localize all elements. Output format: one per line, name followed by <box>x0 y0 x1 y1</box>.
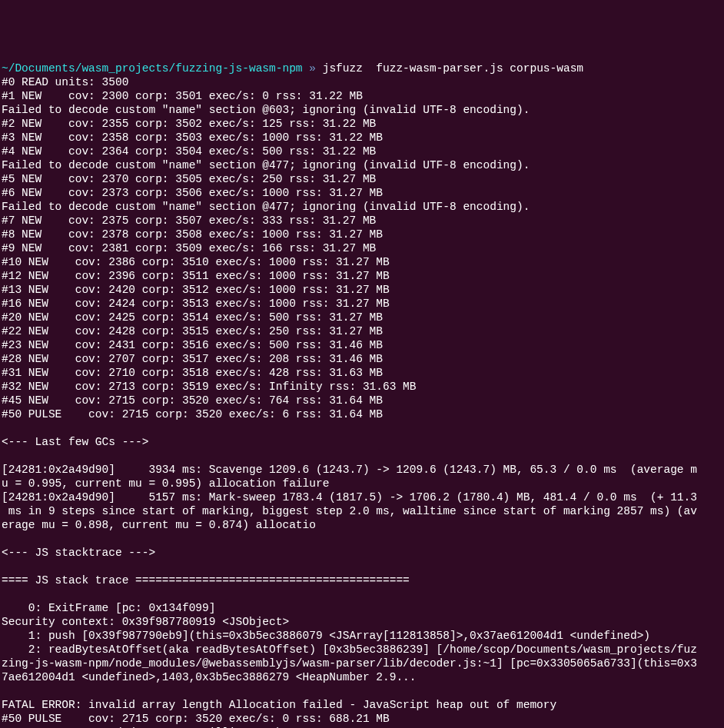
output-line: Failed to decode custom "name" section @… <box>2 158 722 172</box>
output-line: #22 NEW cov: 2428 corp: 3515 exec/s: 250… <box>2 324 722 338</box>
output-line: #10 NEW cov: 2386 corp: 3510 exec/s: 100… <box>2 255 722 269</box>
output-line: #23 NEW cov: 2431 corp: 3516 exec/s: 500… <box>2 338 722 352</box>
output-line: #50 PULSE cov: 2715 corp: 3520 exec/s: 0… <box>2 712 722 726</box>
output-line: #32 NEW cov: 2713 corp: 3519 exec/s: Inf… <box>2 380 722 394</box>
output-line: Failed to decode custom "name" section @… <box>2 200 722 214</box>
output-line: <--- JS stacktrace ---> <box>2 546 722 560</box>
output-line: #2 NEW cov: 2355 corp: 3502 exec/s: 125 … <box>2 117 722 131</box>
output-line: #1 NEW cov: 2300 corp: 3501 exec/s: 0 rs… <box>2 89 722 103</box>
output-line <box>2 449 722 463</box>
output-line: erage mu = 0.898, current mu = 0.874) al… <box>2 518 722 532</box>
output-line: #6 NEW cov: 2373 corp: 3506 exec/s: 1000… <box>2 186 722 200</box>
output-line <box>2 587 722 601</box>
output-line: #12 NEW cov: 2396 corp: 3511 exec/s: 100… <box>2 269 722 283</box>
output-line: #16 NEW cov: 2424 corp: 3513 exec/s: 100… <box>2 297 722 311</box>
output-line: ms in 9 steps since start of marking, bi… <box>2 504 722 518</box>
output-line <box>2 684 722 698</box>
output-line <box>2 532 722 546</box>
output-line: #20 NEW cov: 2425 corp: 3514 exec/s: 500… <box>2 311 722 324</box>
output-line: zing-js-wasm-npm/node_modules/@webassemb… <box>2 657 722 670</box>
terminal-output[interactable]: ~/Documents/wasm_projects/fuzzing-js-was… <box>2 61 722 728</box>
output-line: [24281:0x2a49d90] 3934 ms: Scavenge 1209… <box>2 463 722 477</box>
output-line <box>2 560 722 573</box>
output-line: 7ae612004d1 <undefined>,1403,0x3b5ec3886… <box>2 670 722 684</box>
output-line: #4 NEW cov: 2364 corp: 3504 exec/s: 500 … <box>2 145 722 158</box>
output-line: #5 NEW cov: 2370 corp: 3505 exec/s: 250 … <box>2 172 722 186</box>
prompt-path: ~/Documents/wasm_projects/fuzzing-js-was… <box>2 62 303 75</box>
output-line: [24281:0x2a49d90] 5157 ms: Mark-sweep 17… <box>2 490 722 504</box>
command-text: jsfuzz fuzz-wasm-parser.js corpus-wasm <box>323 62 583 75</box>
output-line: #28 NEW cov: 2707 corp: 3517 exec/s: 208… <box>2 352 722 366</box>
output-line: Failed to decode custom "name" section @… <box>2 103 722 117</box>
output-line: FATAL ERROR: invalid array length Alloca… <box>2 698 722 712</box>
output-line: #0 READ units: 3500 <box>2 75 722 89</box>
output-line <box>2 421 722 435</box>
output-line: u = 0.995, current mu = 0.995) allocatio… <box>2 477 722 490</box>
output-line: #8 NEW cov: 2378 corp: 3508 exec/s: 1000… <box>2 228 722 241</box>
prompt-line: ~/Documents/wasm_projects/fuzzing-js-was… <box>2 62 583 75</box>
output-line: 0: ExitFrame [pc: 0x134f099] <box>2 601 722 615</box>
output-line: #7 NEW cov: 2375 corp: 3507 exec/s: 333 … <box>2 214 722 228</box>
output-line: #45 NEW cov: 2715 corp: 3520 exec/s: 764… <box>2 394 722 407</box>
output-line: #31 NEW cov: 2710 corp: 3518 exec/s: 428… <box>2 366 722 380</box>
output-line: #13 NEW cov: 2420 corp: 3512 exec/s: 100… <box>2 283 722 297</box>
output-line: <--- Last few GCs ---> <box>2 435 722 449</box>
output-line: 1: push [0x39f987790eb9](this=0x3b5ec388… <box>2 629 722 643</box>
output-line: #9 NEW cov: 2381 corp: 3509 exec/s: 166 … <box>2 241 722 255</box>
output-line: Security context: 0x39f987780919 <JSObje… <box>2 615 722 629</box>
output-line: ==== JS stack trace ====================… <box>2 573 722 587</box>
output-line: #50 PULSE cov: 2715 corp: 3520 exec/s: 6… <box>2 407 722 421</box>
output-lines: #0 READ units: 3500#1 NEW cov: 2300 corp… <box>2 75 722 728</box>
output-line: #3 NEW cov: 2358 corp: 3503 exec/s: 1000… <box>2 131 722 145</box>
output-line: 2: readBytesAtOffset(aka readBytesAtOffs… <box>2 643 722 657</box>
prompt-separator: » <box>303 62 323 75</box>
